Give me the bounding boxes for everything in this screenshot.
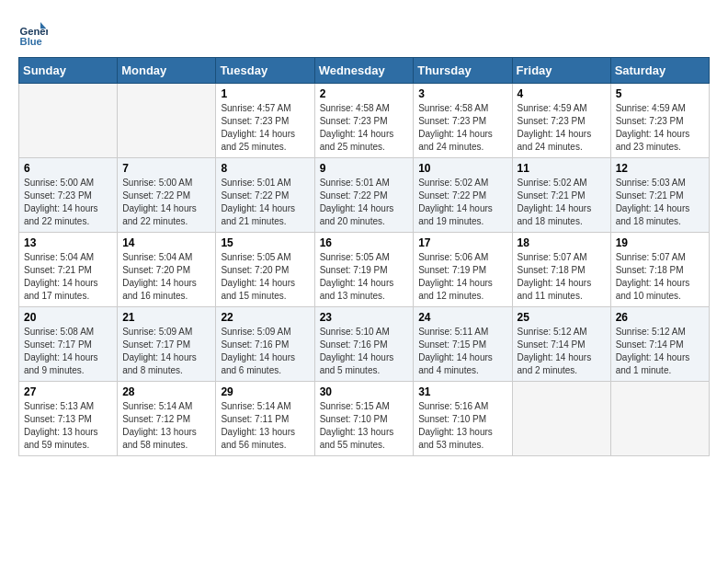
day-info: Sunrise: 5:07 AMSunset: 7:18 PMDaylight:… <box>616 251 704 303</box>
day-number: 5 <box>616 87 704 100</box>
day-number: 15 <box>221 236 309 249</box>
calendar-week-1: 1Sunrise: 4:57 AMSunset: 7:23 PMDaylight… <box>19 84 710 158</box>
calendar-cell <box>19 84 118 158</box>
calendar-cell: 6Sunrise: 5:00 AMSunset: 7:23 PMDaylight… <box>19 158 118 233</box>
calendar-week-5: 27Sunrise: 5:13 AMSunset: 7:13 PMDayligh… <box>19 382 710 456</box>
day-number: 1 <box>221 87 309 100</box>
calendar-cell: 20Sunrise: 5:08 AMSunset: 7:17 PMDayligh… <box>19 307 118 382</box>
day-number: 9 <box>320 162 409 175</box>
calendar-cell: 3Sunrise: 4:58 AMSunset: 7:23 PMDaylight… <box>414 84 512 158</box>
day-info: Sunrise: 5:11 AMSunset: 7:15 PMDaylight:… <box>418 326 506 377</box>
calendar-cell: 13Sunrise: 5:04 AMSunset: 7:21 PMDayligh… <box>19 233 118 307</box>
weekday-header-tuesday: Tuesday <box>216 58 314 84</box>
calendar-cell: 4Sunrise: 4:59 AMSunset: 7:23 PMDaylight… <box>512 84 610 158</box>
calendar-cell: 25Sunrise: 5:12 AMSunset: 7:14 PMDayligh… <box>512 307 610 382</box>
day-info: Sunrise: 5:00 AMSunset: 7:22 PMDaylight:… <box>122 177 210 228</box>
day-number: 17 <box>418 236 506 249</box>
day-number: 28 <box>122 385 210 398</box>
day-number: 26 <box>616 311 704 324</box>
logo-icon: General Blue <box>18 18 48 48</box>
day-info: Sunrise: 5:05 AMSunset: 7:20 PMDaylight:… <box>221 251 309 303</box>
weekday-header-monday: Monday <box>118 58 216 84</box>
day-number: 11 <box>518 162 606 175</box>
day-number: 2 <box>320 87 409 100</box>
day-number: 30 <box>320 385 409 398</box>
day-info: Sunrise: 5:08 AMSunset: 7:17 PMDaylight:… <box>24 326 112 377</box>
day-info: Sunrise: 5:04 AMSunset: 7:21 PMDaylight:… <box>24 251 112 303</box>
weekday-header-friday: Friday <box>512 58 610 84</box>
calendar-header: SundayMondayTuesdayWednesdayThursdayFrid… <box>19 58 710 84</box>
day-info: Sunrise: 5:00 AMSunset: 7:23 PMDaylight:… <box>24 177 112 228</box>
calendar-cell <box>512 382 610 456</box>
day-info: Sunrise: 5:03 AMSunset: 7:21 PMDaylight:… <box>616 177 704 228</box>
calendar-cell: 23Sunrise: 5:10 AMSunset: 7:16 PMDayligh… <box>314 307 414 382</box>
calendar-cell: 18Sunrise: 5:07 AMSunset: 7:18 PMDayligh… <box>512 233 610 307</box>
calendar-cell: 22Sunrise: 5:09 AMSunset: 7:16 PMDayligh… <box>216 307 314 382</box>
calendar-cell: 26Sunrise: 5:12 AMSunset: 7:14 PMDayligh… <box>610 307 709 382</box>
day-info: Sunrise: 5:13 AMSunset: 7:13 PMDaylight:… <box>24 400 112 452</box>
page-header: General Blue <box>18 18 710 48</box>
day-info: Sunrise: 4:57 AMSunset: 7:23 PMDaylight:… <box>221 102 309 154</box>
day-number: 22 <box>221 311 309 324</box>
calendar-cell: 28Sunrise: 5:14 AMSunset: 7:12 PMDayligh… <box>118 382 216 456</box>
calendar-cell: 21Sunrise: 5:09 AMSunset: 7:17 PMDayligh… <box>118 307 216 382</box>
weekday-header-saturday: Saturday <box>610 58 709 84</box>
calendar-cell: 19Sunrise: 5:07 AMSunset: 7:18 PMDayligh… <box>610 233 709 307</box>
day-number: 29 <box>221 385 309 398</box>
calendar-body: 1Sunrise: 4:57 AMSunset: 7:23 PMDaylight… <box>19 84 710 456</box>
calendar-cell: 30Sunrise: 5:15 AMSunset: 7:10 PMDayligh… <box>314 382 414 456</box>
day-number: 16 <box>320 236 409 249</box>
svg-text:Blue: Blue <box>20 36 42 47</box>
calendar-cell: 5Sunrise: 4:59 AMSunset: 7:23 PMDaylight… <box>610 84 709 158</box>
day-number: 8 <box>221 162 309 175</box>
calendar-week-2: 6Sunrise: 5:00 AMSunset: 7:23 PMDaylight… <box>19 158 710 233</box>
day-info: Sunrise: 4:59 AMSunset: 7:23 PMDaylight:… <box>616 102 704 154</box>
calendar-cell: 15Sunrise: 5:05 AMSunset: 7:20 PMDayligh… <box>216 233 314 307</box>
day-number: 20 <box>24 311 112 324</box>
day-number: 31 <box>418 385 506 398</box>
day-info: Sunrise: 5:12 AMSunset: 7:14 PMDaylight:… <box>616 326 704 377</box>
day-info: Sunrise: 4:59 AMSunset: 7:23 PMDaylight:… <box>518 102 606 154</box>
day-number: 13 <box>24 236 112 249</box>
day-info: Sunrise: 4:58 AMSunset: 7:23 PMDaylight:… <box>320 102 409 154</box>
day-number: 19 <box>616 236 704 249</box>
day-info: Sunrise: 5:07 AMSunset: 7:18 PMDaylight:… <box>518 251 606 303</box>
day-info: Sunrise: 5:16 AMSunset: 7:10 PMDaylight:… <box>418 400 506 452</box>
day-number: 6 <box>24 162 112 175</box>
calendar-cell: 29Sunrise: 5:14 AMSunset: 7:11 PMDayligh… <box>216 382 314 456</box>
calendar-cell: 8Sunrise: 5:01 AMSunset: 7:22 PMDaylight… <box>216 158 314 233</box>
day-number: 24 <box>418 311 506 324</box>
day-info: Sunrise: 5:01 AMSunset: 7:22 PMDaylight:… <box>221 177 309 228</box>
day-info: Sunrise: 5:09 AMSunset: 7:16 PMDaylight:… <box>221 326 309 377</box>
calendar-cell <box>610 382 709 456</box>
day-info: Sunrise: 5:12 AMSunset: 7:14 PMDaylight:… <box>518 326 606 377</box>
day-number: 3 <box>418 87 506 100</box>
calendar-cell: 2Sunrise: 4:58 AMSunset: 7:23 PMDaylight… <box>314 84 414 158</box>
calendar-cell: 27Sunrise: 5:13 AMSunset: 7:13 PMDayligh… <box>19 382 118 456</box>
day-info: Sunrise: 5:02 AMSunset: 7:22 PMDaylight:… <box>418 177 506 228</box>
day-number: 18 <box>518 236 606 249</box>
day-number: 23 <box>320 311 409 324</box>
weekday-header-row: SundayMondayTuesdayWednesdayThursdayFrid… <box>19 58 710 84</box>
calendar-cell: 31Sunrise: 5:16 AMSunset: 7:10 PMDayligh… <box>414 382 512 456</box>
day-number: 12 <box>616 162 704 175</box>
day-number: 21 <box>122 311 210 324</box>
day-info: Sunrise: 5:05 AMSunset: 7:19 PMDaylight:… <box>320 251 409 303</box>
day-info: Sunrise: 5:01 AMSunset: 7:22 PMDaylight:… <box>320 177 409 228</box>
day-number: 25 <box>518 311 606 324</box>
calendar-week-3: 13Sunrise: 5:04 AMSunset: 7:21 PMDayligh… <box>19 233 710 307</box>
day-info: Sunrise: 5:06 AMSunset: 7:19 PMDaylight:… <box>418 251 506 303</box>
day-info: Sunrise: 5:10 AMSunset: 7:16 PMDaylight:… <box>320 326 409 377</box>
weekday-header-wednesday: Wednesday <box>314 58 414 84</box>
day-number: 27 <box>24 385 112 398</box>
calendar-cell: 12Sunrise: 5:03 AMSunset: 7:21 PMDayligh… <box>610 158 709 233</box>
calendar-cell: 11Sunrise: 5:02 AMSunset: 7:21 PMDayligh… <box>512 158 610 233</box>
calendar-week-4: 20Sunrise: 5:08 AMSunset: 7:17 PMDayligh… <box>19 307 710 382</box>
calendar-cell: 14Sunrise: 5:04 AMSunset: 7:20 PMDayligh… <box>118 233 216 307</box>
calendar-cell: 7Sunrise: 5:00 AMSunset: 7:22 PMDaylight… <box>118 158 216 233</box>
calendar-cell: 17Sunrise: 5:06 AMSunset: 7:19 PMDayligh… <box>414 233 512 307</box>
day-info: Sunrise: 4:58 AMSunset: 7:23 PMDaylight:… <box>418 102 506 154</box>
day-number: 14 <box>122 236 210 249</box>
day-info: Sunrise: 5:14 AMSunset: 7:11 PMDaylight:… <box>221 400 309 452</box>
day-info: Sunrise: 5:15 AMSunset: 7:10 PMDaylight:… <box>320 400 409 452</box>
